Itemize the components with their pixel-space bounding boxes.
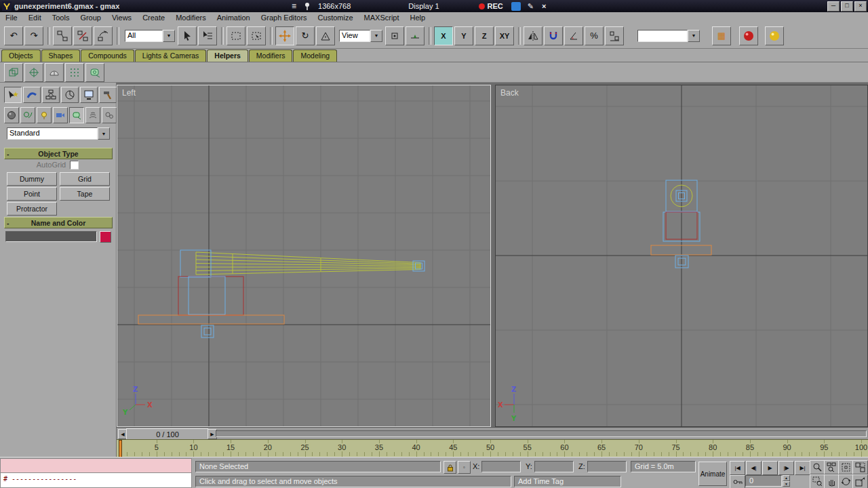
selection-filter-combo[interactable]: All ▼ [125, 30, 175, 42]
menu-graph-editors[interactable]: Graph Editors [256, 14, 313, 22]
menu-tools[interactable]: Tools [47, 14, 75, 22]
combo-arrow-icon[interactable]: ▼ [98, 127, 110, 140]
tab-lights-cameras[interactable]: Lights & Cameras [135, 49, 206, 62]
z-coordinate-field[interactable] [587, 461, 627, 472]
menu-file[interactable]: File [0, 14, 23, 22]
viewport-back-label[interactable]: Back [500, 88, 519, 98]
viewport-back[interactable]: Back [495, 85, 868, 427]
overlay-settings-button[interactable] [511, 2, 521, 11]
object-type-rollout-header[interactable]: - Object Type [4, 148, 113, 159]
tab-modeling[interactable]: Modeling [293, 49, 337, 62]
shapes-category-button[interactable] [20, 107, 35, 123]
region-zoom-button[interactable] [810, 474, 825, 488]
object-type-point-button[interactable]: Point [7, 187, 57, 201]
menu-edit[interactable]: Edit [23, 14, 47, 22]
minimize-button[interactable]: ─ [827, 1, 840, 12]
overlay-menu-icon[interactable]: ≡ [292, 1, 296, 11]
helpers-category-button[interactable] [69, 107, 84, 123]
close-button[interactable]: × [854, 1, 867, 12]
snap-toggle-button[interactable] [544, 26, 563, 45]
time-slider-track[interactable] [216, 430, 867, 437]
zoom-extents-all-button[interactable] [852, 460, 868, 474]
unlink-button[interactable] [73, 26, 92, 45]
modify-tab-button[interactable] [23, 87, 41, 103]
body-box-red[interactable] [178, 277, 243, 315]
zoom-extents-button[interactable] [838, 460, 854, 474]
object-type-tape-button[interactable]: Tape [60, 187, 110, 201]
overlay-pencil-icon[interactable]: ✎ [528, 2, 534, 11]
restrict-y-button[interactable]: Y [454, 26, 473, 45]
select-and-move-button[interactable] [275, 26, 294, 45]
current-frame-marker[interactable] [119, 440, 122, 457]
maxscript-listener-pane[interactable]: # ---------------- [0, 473, 192, 488]
menu-help[interactable]: Help [405, 14, 431, 22]
zoom-all-button[interactable] [824, 460, 840, 474]
pin-icon[interactable] [303, 2, 311, 10]
motion-tab-button[interactable] [61, 87, 79, 103]
undo-button[interactable]: ↶ [4, 26, 23, 45]
zoom-button[interactable] [810, 460, 825, 474]
lights-category-button[interactable] [37, 107, 52, 123]
utilities-tab-button[interactable] [99, 87, 117, 103]
body-box-blue[interactable] [189, 277, 225, 314]
menu-maxscript[interactable]: MAXScript [359, 14, 405, 22]
object-type-protractor-button[interactable]: Protractor [7, 202, 57, 216]
object-type-dummy-button[interactable]: Dummy [7, 172, 57, 186]
material-editor-button[interactable] [739, 26, 758, 45]
spinner-down-icon[interactable]: ▼ [783, 481, 790, 487]
restrict-z-button[interactable]: Z [475, 26, 494, 45]
tab-shapes[interactable]: Shapes [41, 49, 81, 62]
render-button[interactable] [765, 26, 784, 45]
select-and-scale-button[interactable] [316, 26, 335, 45]
macro-recorder-pane[interactable] [0, 458, 192, 473]
display-tab-button[interactable] [80, 87, 98, 103]
add-time-tag-field[interactable]: Add Time Tag [514, 476, 621, 487]
select-and-link-button[interactable] [53, 26, 72, 45]
name-color-rollout-header[interactable]: - Name and Color [4, 217, 113, 228]
selection-lock-button[interactable] [443, 461, 456, 474]
bind-to-spacewarp-button[interactable] [94, 26, 113, 45]
play-button[interactable]: ▶ [762, 461, 778, 475]
menu-group[interactable]: Group [75, 14, 106, 22]
cameras-category-button[interactable] [53, 107, 68, 123]
tab-modifiers[interactable]: Modifiers [249, 49, 293, 62]
restrict-xy-button[interactable]: XY [495, 26, 514, 45]
selection-region-button[interactable] [226, 26, 245, 45]
tab-helpers[interactable]: Helpers [207, 49, 248, 62]
combo-arrow-icon[interactable]: ▼ [370, 30, 382, 42]
y-coordinate-field[interactable] [534, 461, 574, 472]
spacewarps-category-button[interactable] [85, 107, 100, 123]
select-and-manipulate-button[interactable] [406, 26, 425, 45]
select-and-rotate-button[interactable]: ↻ [296, 26, 315, 45]
overlay-close-icon[interactable]: × [542, 2, 546, 10]
arc-rotate-button[interactable] [838, 474, 854, 488]
menu-customize[interactable]: Customize [313, 14, 359, 22]
absolute-mode-button[interactable]: ▫ [458, 461, 471, 474]
named-selection-sets-combo[interactable]: ▼ [637, 30, 700, 42]
helper-grid-button[interactable] [65, 63, 84, 82]
next-frame-button[interactable]: |▶ [778, 461, 794, 475]
spinner-up-icon[interactable]: ▲ [783, 475, 790, 481]
angle-snap-button[interactable] [564, 26, 583, 45]
align-button[interactable] [605, 26, 624, 45]
menu-animation[interactable]: Animation [212, 14, 256, 22]
barrel-wireframe[interactable] [196, 252, 420, 274]
hierarchy-tab-button[interactable] [42, 87, 60, 103]
use-pivot-center-button[interactable] [385, 26, 404, 45]
autogrid-checkbox[interactable] [70, 161, 79, 169]
combo-arrow-icon[interactable]: ▼ [688, 30, 700, 42]
x-coordinate-field[interactable] [481, 461, 521, 472]
base-plate[interactable] [138, 315, 284, 324]
object-name-input[interactable] [5, 231, 97, 242]
select-by-name-button[interactable] [198, 26, 217, 45]
helper-type-combo[interactable]: Standard ▼ [7, 127, 110, 140]
percent-snap-button[interactable]: % [585, 26, 604, 45]
window-crossing-button[interactable] [247, 26, 266, 45]
restrict-x-button[interactable]: X [434, 26, 453, 45]
key-mode-button[interactable] [730, 475, 745, 488]
previous-frame-button[interactable]: ◀| [746, 461, 762, 475]
object-type-grid-button[interactable]: Grid [60, 172, 110, 186]
select-object-button[interactable] [178, 26, 197, 45]
maximize-button[interactable]: □ [841, 1, 853, 12]
go-to-start-button[interactable]: |◀ [730, 461, 745, 475]
